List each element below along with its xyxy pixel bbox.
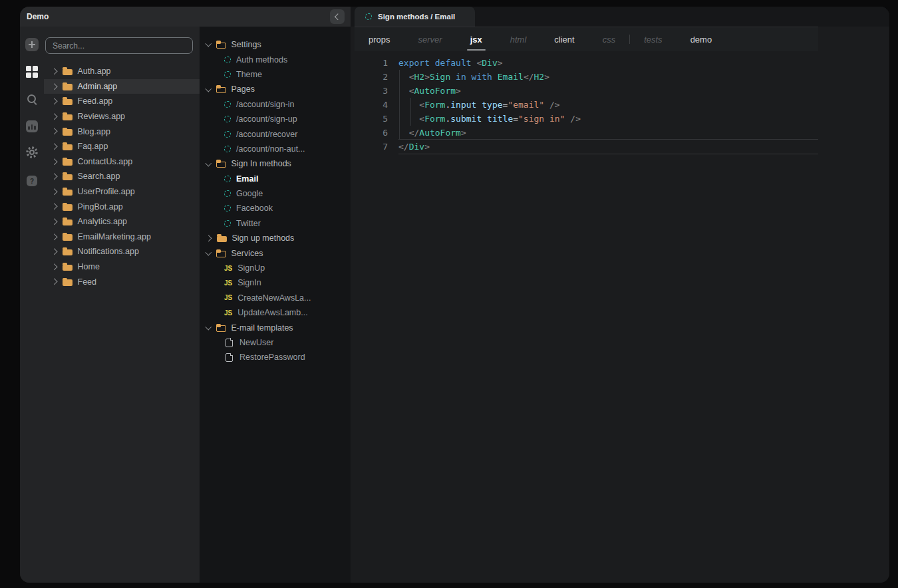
tree-item[interactable]: EmailMarketing.app: [44, 229, 200, 245]
editor-tabstrip: Sign methods / Email: [351, 7, 889, 27]
code-line-content: <Form.submit title="sign in" />: [398, 112, 818, 126]
chevron-right-icon: [51, 174, 57, 180]
tree-item[interactable]: PingBot.app: [44, 199, 200, 214]
tree-item[interactable]: NewUser: [200, 335, 351, 350]
tree-item[interactable]: /account/sign-in: [200, 97, 351, 112]
explorer-main: Auth.appAdmin.appFeed.appReviews.appBlog…: [44, 27, 200, 583]
chevron-right-icon: [206, 235, 212, 241]
code-token: H2: [534, 72, 545, 82]
code-token: <: [419, 100, 424, 110]
component-circle-icon: [224, 146, 231, 152]
chevron-right-icon: [51, 98, 57, 104]
tree-item[interactable]: RestorePassword: [200, 350, 351, 365]
tree-item[interactable]: Facebook: [200, 201, 351, 216]
code-token: </: [524, 72, 534, 82]
tree-item-label: Blog.app: [78, 127, 110, 136]
chevron-right-icon: [51, 69, 57, 74]
code-token: Form: [424, 114, 445, 124]
tree-item-label: Admin.app: [78, 82, 118, 91]
tab-css[interactable]: css: [589, 27, 630, 51]
add-icon[interactable]: [25, 37, 39, 52]
chevron-right-icon: [51, 144, 57, 150]
tree-item-label: Auth.app: [78, 67, 111, 76]
tree-item[interactable]: Theme: [200, 67, 351, 82]
tree-item[interactable]: Blog.app: [44, 124, 200, 139]
tree-item[interactable]: Reviews.app: [44, 109, 200, 124]
js-file-icon: JS: [224, 309, 232, 317]
tree-item[interactable]: Twitter: [200, 216, 351, 231]
tree-item-label: ContactUs.app: [78, 157, 133, 166]
code-token: Div: [409, 142, 424, 152]
folder-icon: [216, 249, 226, 257]
collapse-panel-button[interactable]: [330, 9, 345, 24]
chevron-right-icon: [51, 128, 57, 134]
tree-item[interactable]: Search.app: [44, 169, 200, 184]
tree-item[interactable]: Admin.app: [44, 79, 200, 94]
code-token: [482, 114, 487, 124]
tree-item[interactable]: Auth methods: [200, 52, 351, 67]
code-token: with: [472, 72, 492, 82]
code-token: type: [482, 100, 502, 110]
tree-item[interactable]: Email: [200, 172, 351, 186]
tree-item[interactable]: JSSignUp: [200, 261, 351, 275]
apps-grid-icon[interactable]: [25, 65, 39, 79]
help-icon[interactable]: ?: [25, 174, 39, 188]
tree-item[interactable]: Notifications.app: [44, 244, 200, 259]
search-input[interactable]: [45, 37, 193, 54]
line-number: 2: [355, 70, 398, 84]
code-line: 7</Div>: [355, 140, 818, 154]
code-editor[interactable]: 1export default <Div>2 <H2>Sign in with …: [355, 51, 818, 154]
tree-item[interactable]: JSUpdateAwsLamb...: [200, 305, 351, 320]
code-line: 5 <Form.submit title="sign in" />: [355, 112, 818, 126]
code-token: AutoForm: [414, 86, 456, 96]
tab-props[interactable]: props: [355, 27, 404, 51]
search-icon[interactable]: [25, 92, 39, 106]
tab-demo[interactable]: demo: [676, 27, 726, 51]
tree-item[interactable]: Faq.app: [44, 139, 200, 154]
tree-item[interactable]: Sign up methods: [200, 231, 351, 245]
tree-item[interactable]: Feed: [44, 274, 200, 289]
tree-item[interactable]: Home: [44, 259, 200, 275]
tree-item[interactable]: E-mail templates: [200, 320, 351, 335]
settings-gear-icon-glyph: [25, 146, 39, 162]
tab-tests[interactable]: tests: [630, 27, 676, 51]
tree-item[interactable]: JSSignIn: [200, 275, 351, 290]
code-token: "email": [508, 100, 544, 110]
tree-item[interactable]: Settings: [200, 37, 351, 52]
tab-jsx[interactable]: jsx: [456, 27, 496, 51]
tree-item[interactable]: JSCreateNewAwsLa...: [200, 291, 351, 305]
code-token: >: [424, 72, 430, 82]
tree-item[interactable]: /account/non-aut...: [200, 142, 351, 156]
tab-html[interactable]: html: [496, 27, 541, 51]
open-document-tab[interactable]: Sign methods / Email: [355, 7, 475, 27]
tree-item[interactable]: Analytics.app: [44, 214, 200, 229]
tree-item[interactable]: Sign In methods: [200, 156, 351, 171]
tree-item[interactable]: /account/recover: [200, 126, 351, 141]
line-number: 3: [355, 84, 398, 98]
code-token: </: [398, 142, 409, 152]
tree-item-label: Theme: [236, 70, 262, 79]
folder-icon: [63, 97, 73, 105]
tree-item[interactable]: Auth.app: [44, 64, 200, 79]
tab-server[interactable]: server: [404, 27, 456, 51]
tree-item[interactable]: /account/sign-up: [200, 112, 351, 126]
folder-icon: [63, 158, 73, 166]
analytics-chart-icon[interactable]: [25, 119, 39, 134]
folder-icon: [63, 82, 73, 90]
code-token: </: [409, 128, 420, 138]
tree-item[interactable]: Feed.app: [44, 94, 200, 109]
code-line: 4 <Form.input type="email" />: [355, 98, 818, 112]
code-line-content: </Div>: [398, 139, 818, 154]
tree-item[interactable]: Google: [200, 186, 351, 201]
tab-client[interactable]: client: [540, 27, 588, 51]
tree-item[interactable]: Services: [200, 245, 351, 260]
tree-item-label: Pages: [231, 84, 255, 94]
tree-item[interactable]: ContactUs.app: [44, 154, 200, 170]
tree-item-label: /account/sign-up: [236, 114, 297, 124]
chevron-down-icon: [206, 160, 212, 166]
tree-item[interactable]: Pages: [200, 82, 351, 96]
settings-gear-icon[interactable]: [25, 146, 39, 161]
component-circle-icon: [224, 116, 231, 122]
tree-item[interactable]: UserProfile.app: [44, 184, 200, 200]
code-token: [398, 114, 419, 124]
